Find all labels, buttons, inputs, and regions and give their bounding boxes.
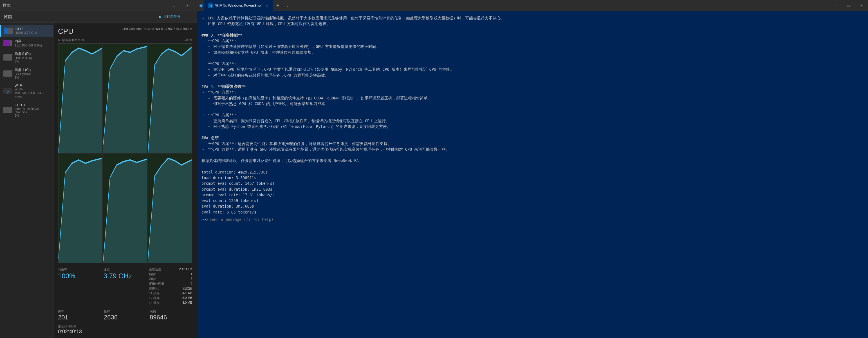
handles-value: 89646 [150,314,192,321]
threads-value: 2636 [104,314,146,321]
cores-row: 内核: 4 [149,277,192,281]
ps-maximize-button[interactable]: □ [842,1,855,10]
ps-prompt-eval-count: prompt eval count: 1457 token(s) [202,180,864,186]
minimize-button[interactable]: — [154,1,167,10]
processes-label: 进程 [58,310,100,314]
sidebar-item-memory[interactable]: 内存 11.1/15.6 GB (71%) [0,37,53,49]
ps-tab-icon: PS [208,3,213,8]
wifi-sidebar-sub2: 发送: 48.0 接收: 136 Kbps [14,91,50,98]
wifi-sidebar-text: Wi-Fi WLAN 发送: 48.0 接收: 136 Kbps [14,84,50,98]
uptime-stat: 正常运行时间 0:02:40:13 [58,325,192,335]
sidebar-item-cpu[interactable]: CPU 100% 3.79 GHz [0,25,53,37]
l3-value: 8.0 MB [182,301,192,305]
svg-marker-5 [103,159,147,263]
processes-value: 201 [58,314,100,321]
sockets-value: 1 [190,272,192,276]
task-manager-title: 性能 [3,3,11,8]
uptime-label: 正常运行时间 [58,325,192,329]
ps-tab-dropdown-button[interactable]: ⌄ [282,1,292,10]
cpu-chart-area [58,44,192,263]
ps-line-8: － **CPU 方案**： [202,61,864,66]
ps-new-tab-button[interactable]: + [273,1,282,10]
ps-load-duration: load duration: 3.398911s [202,175,864,180]
utilization-value: 100% [58,272,101,280]
ps-line-19: － 对于熟悉 Python 或者机器学习框架（如 TensorFlow、PyTo… [202,124,864,129]
l1-value: 320 KB [182,291,192,295]
speed-value: 3.79 GHz [103,272,147,280]
gpu0-sidebar-sub2: 3% [14,114,50,117]
disk1-sidebar-sub2: 9% [14,76,50,79]
ps-prompt-eval-rate: prompt eval rate: 17.81 tokens/s [202,192,864,198]
cpu-header: CPU 11th Gen Intel(R) Core(TM) i5-1135G7… [54,23,197,38]
header-actions: ▶ 运行新任务 … [157,13,193,20]
ps-line-15: － 但对于不熟悉 GPU 和 CUDA 的用户来说，可能会增加学习成本。 [202,101,864,107]
disk0-sidebar-text: 磁盘 0 (D:) HDD (SATA) 0% [14,52,50,63]
cpu-chart-cell-1 [103,44,147,153]
chart-label-text: 60 秒内的利用率 % [58,38,85,42]
disk0-sidebar-sub2: 0% [14,60,50,63]
task-manager-window: 性能 — □ ✕ 性能 ▶ 运行新任务 … CPU 100% 3. [0,0,197,338]
svg-marker-3 [148,47,192,153]
more-options-button[interactable]: … [186,13,193,20]
logical-value: 8 [190,282,192,286]
tm-header: 性能 ▶ 运行新任务 … [0,11,197,23]
l2-value: 5.0 MB [182,296,192,300]
wifi-sidebar-sub: WLAN [14,88,50,91]
ps-eval-duration: eval duration: 3m3.685s [202,203,864,209]
ps-title-bar: N PS 管理员: Windows PowerShell ✕ + ⌄ — □ ✕ [197,0,868,11]
memory-mini-chart [3,40,12,46]
ps-eval-count: eval count: 1259 token(s) [202,198,864,203]
ps-line-5: － 对于需要快速推理的场景（如实时应用或高吞吐量处理），GPU 方案能够提供更快… [202,44,864,49]
cores-value: 4 [190,277,192,281]
tm-sidebar: CPU 100% 3.79 GHz 内存 11.1/15.6 GB (71%) … [0,23,54,338]
utilization-stat: 利用率 100% [58,267,101,305]
l3-label: L3 缓存: [149,301,160,305]
ps-eval-rate: eval rate: 6.85 tokens/s [202,209,864,215]
svg-marker-1 [59,48,102,153]
l2-label: L2 缓存: [149,296,160,300]
cpu-sidebar-sub: 100% 3.79 GHz [16,31,50,34]
l1-row: L1 缓存: 320 KB [149,291,192,295]
run-new-task-button[interactable]: ▶ 运行新任务 [157,13,183,20]
l3-row: L3 缓存: 8.0 MB [149,301,192,305]
close-button[interactable]: ✕ [181,1,194,10]
cpu-model: 11th Gen Intel(R) Core(TM) i5-1135G7 @ 2… [122,27,192,30]
sidebar-item-wifi[interactable]: Wi-Fi WLAN 发送: 48.0 接收: 136 Kbps [0,81,53,101]
ps-line-13: － **GPU 方案**： [202,89,864,95]
sidebar-item-gpu0[interactable]: GPU 0 Intel(R) Iris(R) Xe Graphics 3% [0,101,53,119]
cpu-chart-cell-3 [58,154,102,263]
ps-tab-close-button[interactable]: ✕ [265,3,269,8]
ps-line-0: － CPU 方案依赖于计算机处理器的性能和核数。虽然对于大多数应用场景足够使用，… [202,15,864,21]
disk1-sidebar-sub: SSD (NVMe) [14,73,50,76]
sidebar-item-disk0[interactable]: 磁盘 0 (D:) HDD (SATA) 0% [0,49,53,65]
speed-stat: 速度 3.79 GHz [103,267,147,305]
ps-window-controls: — □ ✕ [829,1,868,10]
ps-content-area: － CPU 方案依赖于计算机处理器的性能和核数。虽然对于大多数应用场景足够使用，… [197,11,868,338]
memory-sidebar-sub: 11.1/15.6 GB (71%) [14,44,50,47]
ps-input-field[interactable] [209,217,864,222]
memory-sidebar-name: 内存 [14,39,50,44]
cpu-chart-cell-5 [148,154,192,263]
cpu-title: CPU [58,27,73,36]
base-speed-label: 基准速度: [149,267,162,272]
sidebar-item-disk1[interactable]: 磁盘 1 (C:) SSD (NVMe) 9% [0,65,53,81]
wifi-mini-chart [3,88,12,94]
ps-close-button[interactable]: ✕ [855,1,868,10]
uptime-value: 0:02:40:13 [58,329,192,335]
sockets-row: 插槽: 1 [149,272,192,276]
ps-line-17: － **CPU 方案**： [202,112,864,118]
ps-line-1: － 如果 CPU 资源充足且没有 GPU 环境，CPU 方案可以作为备用选择。 [202,21,864,26]
cpu-mini-chart [4,28,13,34]
maximize-button[interactable]: □ [167,1,180,10]
ps-tab-active[interactable]: PS 管理员: Windows PowerShell ✕ [204,0,273,11]
ps-minimize-button[interactable]: — [829,1,842,10]
powershell-window: N PS 管理员: Windows PowerShell ✕ + ⌄ — □ ✕… [197,0,868,338]
ps-line-20 [202,129,864,135]
ps-line-7 [202,55,864,61]
logical-label: 逻辑处理器: [149,282,165,286]
logical-row: 逻辑处理器: 8 [149,282,192,286]
ps-tab-label: 管理员: Windows PowerShell [215,3,262,8]
ps-total-duration: total duration: 4m29.2153738s [202,169,864,175]
ps-line-12: ### 4. **部署复杂度** [202,84,864,89]
virt-row: 虚拟化: 已启用 [149,286,192,291]
